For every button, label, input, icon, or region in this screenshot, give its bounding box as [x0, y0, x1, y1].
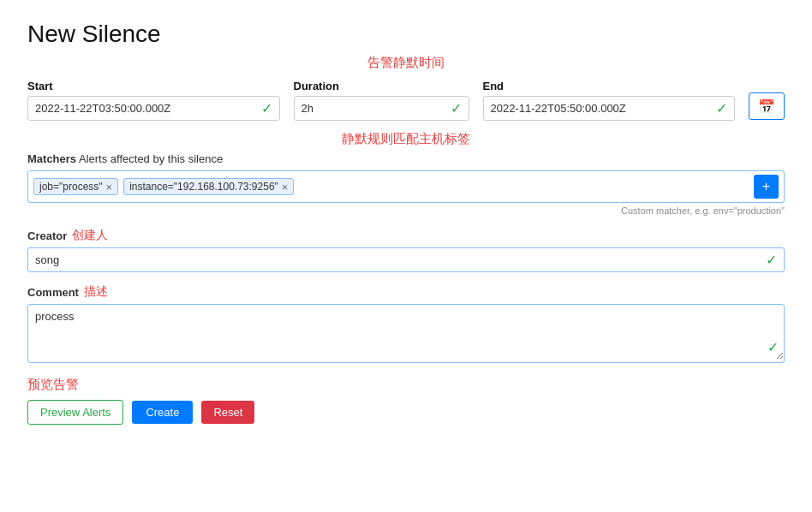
matchers-label: Matchers Alerts affected by this silence: [27, 152, 785, 165]
silence-rule-label-cn: 静默规则匹配主机标签: [27, 131, 785, 147]
creator-input[interactable]: [35, 253, 761, 266]
alert-silence-time-label-cn: 告警静默时间: [27, 55, 785, 71]
start-input[interactable]: [35, 102, 256, 115]
duration-input[interactable]: [302, 102, 445, 115]
actions-row: Preview Alerts Create Reset: [27, 400, 785, 425]
comment-section: Comment 描述 ✓: [27, 284, 785, 363]
matchers-row: job="process" × instance="192.168.100.73…: [27, 170, 785, 203]
start-check-icon: ✓: [261, 100, 272, 116]
page-title: New Silence: [27, 21, 785, 48]
creator-label-row: Creator 创建人: [27, 228, 785, 243]
comment-label: Comment: [27, 286, 79, 299]
end-check-icon: ✓: [716, 100, 727, 116]
reset-button[interactable]: Reset: [201, 401, 254, 424]
add-matcher-button[interactable]: +: [754, 175, 779, 199]
comment-label-row: Comment 描述: [27, 284, 785, 300]
matcher-tag-1: instance="192.168.100.73:9256" ×: [123, 178, 294, 195]
matcher-tag-0: job="process" ×: [33, 178, 118, 195]
start-input-wrap: ✓: [27, 96, 280, 121]
comment-label-cn: 描述: [84, 284, 108, 300]
matchers-section: Matchers Alerts affected by this silence…: [27, 152, 785, 216]
duration-field-group: Duration ✓: [294, 80, 469, 121]
matchers-bold-label: Matchers: [27, 152, 76, 165]
creator-label-cn: 创建人: [72, 228, 108, 243]
creator-input-wrap: ✓: [27, 247, 785, 272]
end-field-group: End ✓: [483, 80, 736, 121]
creator-check-icon: ✓: [766, 252, 777, 268]
comment-textarea[interactable]: [28, 305, 784, 360]
duration-label: Duration: [294, 80, 469, 92]
matcher-tag-0-remove[interactable]: ×: [106, 182, 113, 193]
matcher-tag-0-label: job="process": [39, 181, 103, 193]
comment-check-icon: ✓: [767, 339, 779, 355]
matcher-input[interactable]: [299, 181, 748, 193]
create-button[interactable]: Create: [132, 401, 193, 424]
time-fields-row: Start ✓ Duration ✓ End ✓ 📅: [27, 80, 785, 121]
duration-input-wrap: ✓: [294, 96, 469, 121]
matchers-hint-label: Alerts affected by this silence: [79, 152, 223, 165]
end-label: End: [483, 80, 736, 92]
end-input-wrap: ✓: [483, 96, 736, 121]
preview-alerts-button[interactable]: Preview Alerts: [27, 400, 123, 425]
creator-section: Creator 创建人 ✓: [27, 228, 785, 272]
creator-label: Creator: [27, 229, 67, 242]
end-input[interactable]: [491, 102, 712, 115]
matcher-tag-1-remove[interactable]: ×: [282, 182, 289, 193]
preview-cn-label: 预览告警: [27, 377, 785, 393]
preview-section: 预览告警 Preview Alerts Create Reset: [27, 377, 785, 425]
start-label: Start: [27, 80, 280, 92]
matcher-hint: Custom matcher, e.g. env="production": [27, 205, 785, 216]
calendar-button[interactable]: 📅: [749, 92, 785, 120]
start-field-group: Start ✓: [27, 80, 280, 121]
matcher-tag-1-label: instance="192.168.100.73:9256": [129, 181, 278, 193]
comment-wrap: ✓: [27, 304, 785, 363]
duration-check-icon: ✓: [451, 100, 462, 116]
